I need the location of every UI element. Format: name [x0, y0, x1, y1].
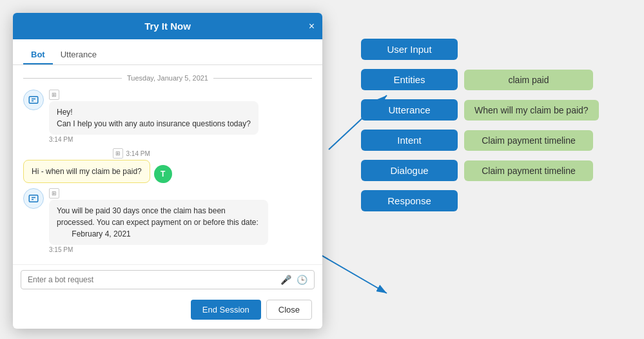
- chat-message-bot-2: ⊞ You will be paid 30 days once the clai…: [23, 188, 312, 253]
- input-box[interactable]: 🎤 🕒: [21, 270, 315, 289]
- modal-tabs: Bot Utterance: [13, 39, 322, 65]
- input-area: 🎤 🕒: [13, 264, 322, 295]
- svg-rect-1: [29, 195, 38, 202]
- bot-time-1: 3:14 PM: [49, 136, 259, 143]
- dialogue-value: Claim payment timeline: [464, 160, 593, 181]
- bot-time-2: 3:15 PM: [49, 246, 268, 253]
- bot-bubble-2: You will be paid 30 days once the claim …: [49, 200, 268, 245]
- intent-row: Intent Claim payment timeline: [361, 130, 599, 151]
- page-wrapper: Try It Now × Bot Utterance Tuesday, Janu…: [0, 0, 644, 339]
- user-avatar-1: T: [154, 165, 172, 183]
- utterance-value: When will my claim be paid?: [464, 100, 599, 121]
- modal-footer: End Session Close: [13, 295, 322, 329]
- svg-rect-0: [29, 97, 38, 104]
- bot-request-input[interactable]: [28, 275, 275, 284]
- bot-bubble-1: Hey!Can I help you with any auto insuran…: [49, 101, 259, 135]
- intent-value: Claim payment timeline: [464, 130, 593, 151]
- chat-message-user-1: ⊞ 3:14 PM Hi - when will my claim be pai…: [23, 148, 312, 183]
- entities-row: Entities claim paid: [361, 69, 599, 90]
- microphone-icon[interactable]: 🎤: [280, 275, 291, 285]
- user-bubble-wrapper: ⊞ 3:14 PM Hi - when will my claim be pai…: [23, 148, 150, 183]
- dialogue-label[interactable]: Dialogue: [361, 160, 458, 181]
- bubble-icon-2: ⊞: [49, 188, 59, 199]
- bot-bubble-wrapper-2: ⊞ You will be paid 30 days once the clai…: [49, 188, 268, 253]
- entities-label[interactable]: Entities: [361, 69, 458, 90]
- bot-bubble-wrapper-1: ⊞ Hey!Can I help you with any auto insur…: [49, 90, 259, 143]
- intent-label[interactable]: Intent: [361, 130, 458, 151]
- bubble-icon-user: ⊞: [113, 148, 123, 159]
- dialogue-row: Dialogue Claim payment timeline: [361, 160, 599, 181]
- utterance-row: Utterance When will my claim be paid?: [361, 99, 599, 121]
- user-row: ⊞ 3:14 PM Hi - when will my claim be pai…: [23, 148, 172, 183]
- utterance-label[interactable]: Utterance: [361, 99, 458, 121]
- bot-avatar-1: [23, 90, 44, 110]
- response-label[interactable]: Response: [361, 190, 458, 211]
- bubble-icon-1: ⊞: [49, 90, 59, 100]
- bubble-top-1: ⊞: [49, 90, 259, 100]
- right-panel: User Input Entities claim paid Utterance…: [361, 39, 599, 211]
- user-input-label[interactable]: User Input: [361, 39, 458, 60]
- response-row: Response: [361, 190, 599, 211]
- emoji-icon[interactable]: 🕒: [297, 275, 307, 285]
- modal-title: Try It Now: [144, 21, 191, 32]
- user-input-row: User Input: [361, 39, 599, 60]
- tab-utterance[interactable]: Utterance: [53, 46, 104, 64]
- user-bubble-1: Hi - when will my claim be paid?: [23, 160, 150, 183]
- bot-avatar-2: [23, 188, 44, 209]
- tab-bot[interactable]: Bot: [23, 46, 53, 64]
- modal-close-button[interactable]: ×: [309, 21, 315, 32]
- modal-chat-body: Tuesday, January 5, 2021 ⊞ Hey!Can I hel…: [13, 65, 322, 264]
- end-session-button[interactable]: End Session: [191, 300, 261, 320]
- close-button[interactable]: Close: [266, 300, 312, 320]
- chat-message-bot-1: ⊞ Hey!Can I help you with any auto insur…: [23, 90, 312, 143]
- date-divider: Tuesday, January 5, 2021: [23, 74, 312, 82]
- entities-value: claim paid: [464, 70, 593, 90]
- modal-dialog: Try It Now × Bot Utterance Tuesday, Janu…: [13, 13, 322, 329]
- bubble-top-2: ⊞: [49, 188, 268, 199]
- modal-header: Try It Now ×: [13, 13, 322, 39]
